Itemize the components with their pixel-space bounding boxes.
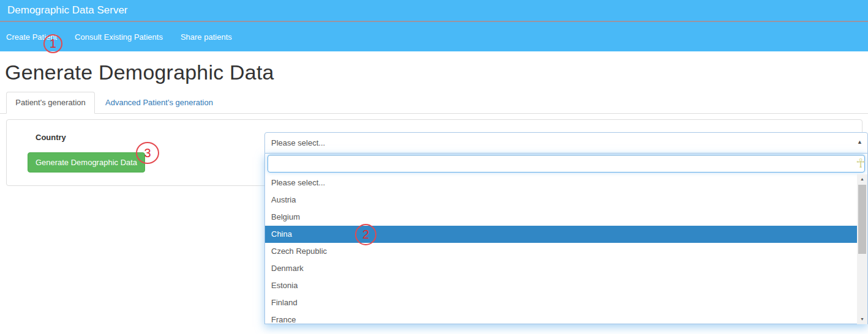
country-options: Please select...AustriaBelgiumChinaCzech… xyxy=(265,174,857,324)
country-search-input[interactable] xyxy=(268,155,865,173)
scrollbar-thumb[interactable] xyxy=(858,185,866,254)
country-option[interactable]: Austria xyxy=(265,191,857,209)
country-option[interactable]: China xyxy=(265,226,857,243)
country-option[interactable]: Please select... xyxy=(265,174,857,191)
country-select-display[interactable]: Please select... ▲ xyxy=(264,132,868,154)
generate-demographic-data-button[interactable]: Generate Demographic Data xyxy=(28,152,145,173)
annotation-number: 2 xyxy=(362,228,369,242)
scrollbar-up-icon[interactable]: ▲ xyxy=(857,174,867,184)
dropdown-scrollbar[interactable]: ▲ ▼ xyxy=(857,174,867,324)
nav-item-consult-existing-patients[interactable]: Consult Existing Patients xyxy=(75,32,163,42)
nav-item-share-patients[interactable]: Share patients xyxy=(181,32,232,42)
country-option[interactable]: Estonia xyxy=(265,277,857,294)
page-title: Generate Demographic Data xyxy=(5,61,274,84)
country-select-dropdown: ☥ Please select...AustriaBelgiumChinaCze… xyxy=(264,154,868,324)
country-option[interactable]: Czech Republic xyxy=(265,243,857,260)
annotation-circle-2: 2 xyxy=(355,224,376,245)
country-select-value: Please select... xyxy=(271,133,325,153)
country-option[interactable]: Denmark xyxy=(265,260,857,277)
country-option[interactable]: Finland xyxy=(265,294,857,311)
country-option[interactable]: France xyxy=(265,311,857,324)
title-bar: Demographic Data Server xyxy=(0,0,868,21)
main-navbar: Create Patient Consult Existing Patients… xyxy=(0,22,868,51)
country-search-area: ☥ xyxy=(265,154,867,174)
country-label: Country xyxy=(36,133,66,142)
annotation-number: 3 xyxy=(144,146,151,160)
app-title: Demographic Data Server xyxy=(7,0,128,21)
country-select: Please select... ▲ ☥ Please select...Aus… xyxy=(264,132,868,154)
scrollbar-down-icon[interactable]: ▼ xyxy=(857,314,867,324)
annotation-circle-1: 1 xyxy=(43,34,62,53)
app-window: Demographic Data Server Create Patient C… xyxy=(0,0,868,334)
annotation-number: 1 xyxy=(50,37,56,51)
tab-advanced-patients-generation[interactable]: Advanced Patient's generation xyxy=(105,92,213,114)
tab-patients-generation[interactable]: Patient's generation xyxy=(6,92,95,114)
country-option[interactable]: Belgium xyxy=(265,209,857,226)
annotation-circle-3: 3 xyxy=(136,142,159,164)
chevron-up-icon: ▲ xyxy=(857,139,862,145)
